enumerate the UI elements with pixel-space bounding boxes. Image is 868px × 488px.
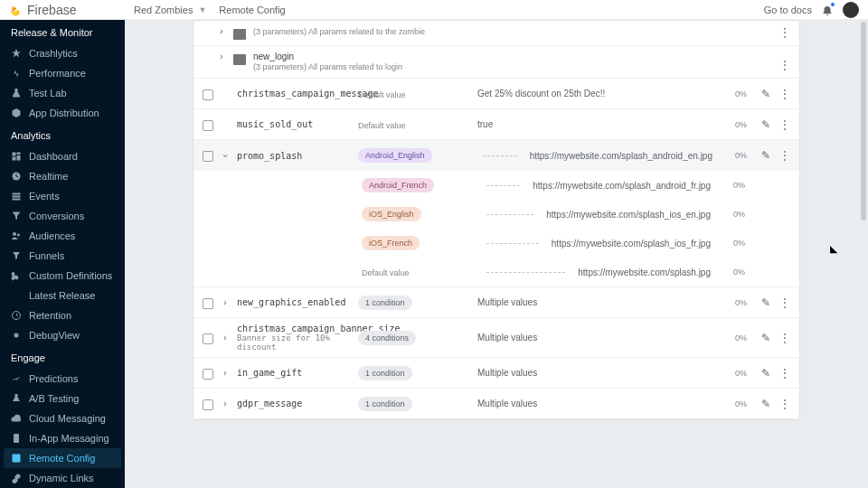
sidebar-item-predictions[interactable]: Predictions [0,369,125,389]
sidebar-item-latest-release[interactable]: Latest Release [0,286,125,305]
scrollbar[interactable] [861,22,866,221]
sidebar-item-dynamic-links[interactable]: Dynamic Links [0,468,125,488]
param-row-expanded: › promo_splash Android_English https://m… [193,140,799,287]
sidebar-item-label: Custom Definitions [29,269,112,282]
param-row[interactable]: ›in_game_gift1 conditionMultiple values0… [193,358,799,389]
sidebar-item-performance[interactable]: Performance [0,63,125,83]
edit-icon[interactable]: ✎ [761,332,770,344]
events-icon [11,191,22,202]
row-menu-icon[interactable]: ⋮ [779,118,790,131]
sidebar-item-in-app-messaging[interactable]: In-App Messaging [0,428,125,448]
condition-count-chip[interactable]: 1 condition [358,296,412,310]
expand-icon[interactable]: › [221,368,230,378]
dashboard-icon [11,151,22,162]
param-group-row[interactable]: › (3 parameters) All params related to t… [193,21,799,46]
param-row[interactable]: ›christmas_campaign_messageDefault value… [193,79,799,109]
param-value: Multiple values [477,333,712,343]
expand-icon[interactable]: › [217,26,226,36]
fetch-pct: 0% [720,89,747,99]
checkbox[interactable] [203,120,213,131]
condition-chip[interactable]: iOS_French [362,236,420,250]
firebase-logo[interactable]: Firebase [9,3,125,17]
app-distribution-icon [11,108,22,118]
checkbox[interactable] [203,151,213,162]
checkbox[interactable] [203,333,213,344]
param-row[interactable]: ›music_sold_outDefault valuetrue0%✎⋮ [193,109,799,140]
checkbox[interactable] [203,89,213,100]
row-menu-icon[interactable]: ⋮ [779,367,790,380]
sidebar-item-remote-config[interactable]: Remote Config [4,448,121,468]
section-release: Release & Monitor [0,20,125,43]
param-group-row[interactable]: › new_login (3 parameters) All params re… [193,46,799,79]
edit-icon[interactable]: ✎ [761,398,770,410]
row-menu-icon[interactable]: ⋮ [779,296,790,309]
group-name: new_login [253,52,402,61]
edit-icon[interactable]: ✎ [761,367,770,380]
param-name: christmas_campaign_message [237,89,351,99]
sidebar-item-dashboard[interactable]: Dashboard [0,146,125,166]
condition-chip[interactable]: Android_French [362,178,434,192]
fetch-pct: 0% [720,120,747,129]
edit-icon[interactable]: ✎ [761,88,770,100]
checkbox[interactable] [203,369,213,380]
folder-icon [233,29,246,40]
row-menu-icon[interactable]: ⋮ [779,59,790,71]
checkbox[interactable] [203,399,213,410]
param-name: in_game_gift [237,368,351,378]
sidebar-item-custom-definitions[interactable]: Custom Definitions [0,266,125,286]
edit-icon[interactable]: ✎ [761,118,770,131]
edit-icon[interactable]: ✎ [761,149,770,162]
checkbox[interactable] [203,298,213,309]
default-value-label: Default value [358,90,406,99]
predictions-icon [11,373,22,384]
breadcrumb: Remote Config [219,5,285,15]
sidebar-item-label: Cloud Messaging [29,412,106,425]
row-menu-icon[interactable]: ⋮ [779,88,790,100]
condition-variant-row: iOS_Englishhttps://mywebsite.com/splash_… [193,200,799,229]
sidebar-item-label: Crashlytics [29,47,78,60]
folder-icon [233,54,246,65]
expand-icon[interactable]: › [221,333,230,343]
sidebar-item-realtime[interactable]: Realtime [0,166,125,186]
sidebar-item-conversions[interactable]: Conversions [0,206,125,226]
condition-count-chip[interactable]: 1 condition [358,366,412,380]
row-menu-icon[interactable]: ⋮ [779,332,790,344]
sidebar-item-retention[interactable]: Retention [0,305,125,325]
avatar[interactable] [843,2,859,18]
expand-icon[interactable]: › [221,297,230,307]
sidebar-item-debugview[interactable]: DebugView [0,325,125,345]
param-row[interactable]: ›christmas_campaign_banner_sizeBanner si… [193,318,799,358]
expand-icon[interactable]: › [217,52,226,61]
row-menu-icon[interactable]: ⋮ [779,26,790,39]
param-row[interactable]: ›gdpr_message1 conditionMultiple values0… [193,389,799,419]
test-lab-icon [11,88,22,99]
sidebar-item-a-b-testing[interactable]: A/B Testing [0,389,125,408]
condition-chip[interactable]: iOS_English [362,207,421,221]
sidebar-item-cloud-messaging[interactable]: Cloud Messaging [0,408,125,428]
param-value: Multiple values [477,368,712,378]
param-row[interactable]: ›new_graphics_enabled1 conditionMultiple… [193,287,799,318]
fetch-pct: 0% [718,239,745,248]
expand-icon[interactable]: › [221,399,230,408]
group-desc: (3 parameters) All params related to the… [253,26,425,37]
sidebar-item-crashlytics[interactable]: Crashlytics [0,43,125,63]
collapse-icon[interactable]: › [221,151,231,160]
param-value: https://mywebsite.com/splash_android_en.… [530,151,712,161]
main-content: › (3 parameters) All params related to t… [125,20,868,488]
row-menu-icon[interactable]: ⋮ [779,149,790,162]
condition-count-chip[interactable]: 1 condition [358,397,412,411]
sidebar-item-audiences[interactable]: Audiences [0,226,125,246]
param-value: https://mywebsite.com/splash_ios_fr.jpg [552,239,711,249]
notifications-icon[interactable] [821,4,834,16]
project-selector[interactable]: Red Zombies ▼ [134,5,206,15]
sidebar-item-funnels[interactable]: Funnels [0,246,125,266]
edit-icon[interactable]: ✎ [761,296,770,309]
go-to-docs-link[interactable]: Go to docs [764,5,812,15]
row-menu-icon[interactable]: ⋮ [779,398,790,410]
condition-count-chip[interactable]: 4 conditions [358,331,416,345]
condition-chip[interactable]: Android_English [358,148,432,163]
sidebar-item-app-distribution[interactable]: App Distribution [0,103,125,123]
a-b-testing-icon [11,393,22,404]
sidebar-item-events[interactable]: Events [0,186,125,206]
sidebar-item-test-lab[interactable]: Test Lab [0,83,125,103]
